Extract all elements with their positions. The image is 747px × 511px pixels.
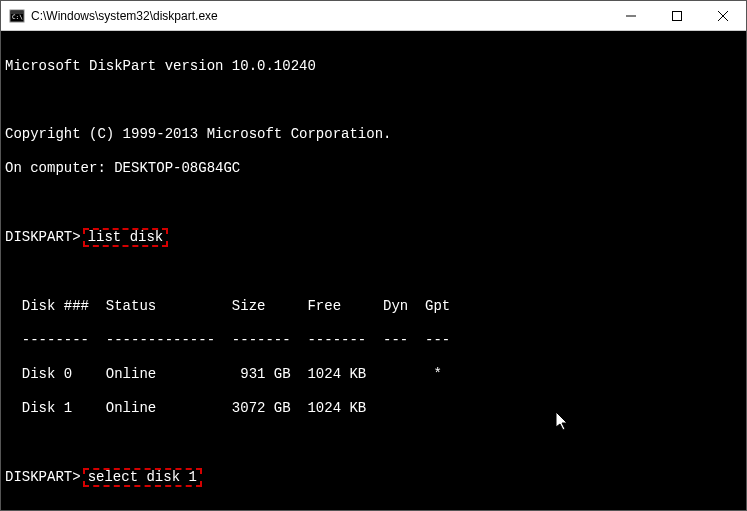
prompt-list-disk: DISKPART>list disk bbox=[5, 228, 740, 247]
command-highlight: select disk 1 bbox=[83, 468, 202, 487]
window-controls bbox=[608, 1, 746, 31]
version-line: Microsoft DiskPart version 10.0.10240 bbox=[5, 58, 740, 75]
window-frame: C:\ C:\Windows\system32\diskpart.exe Mic… bbox=[0, 0, 747, 511]
blank-line bbox=[5, 264, 740, 281]
terminal-output[interactable]: Microsoft DiskPart version 10.0.10240 Co… bbox=[1, 31, 746, 510]
blank-line bbox=[5, 504, 740, 510]
window-title: C:\Windows\system32\diskpart.exe bbox=[31, 9, 608, 23]
blank-line bbox=[5, 434, 740, 451]
table-row: Disk 0 Online 931 GB 1024 KB * bbox=[5, 366, 740, 383]
computer-line: On computer: DESKTOP-08G84GC bbox=[5, 160, 740, 177]
diskpart-icon: C:\ bbox=[9, 8, 25, 24]
prompt-label: DISKPART> bbox=[5, 469, 81, 486]
titlebar[interactable]: C:\ C:\Windows\system32\diskpart.exe bbox=[1, 1, 746, 31]
disk-table-header: Disk ### Status Size Free Dyn Gpt bbox=[5, 298, 740, 315]
svg-text:C:\: C:\ bbox=[12, 13, 23, 20]
blank-line bbox=[5, 92, 740, 109]
prompt-label: DISKPART> bbox=[5, 229, 81, 246]
maximize-button[interactable] bbox=[654, 1, 700, 31]
svg-rect-4 bbox=[673, 11, 682, 20]
blank-line bbox=[5, 194, 740, 211]
command-highlight: list disk bbox=[83, 228, 169, 247]
minimize-button[interactable] bbox=[608, 1, 654, 31]
disk-table-divider: -------- ------------- ------- ------- -… bbox=[5, 332, 740, 349]
close-button[interactable] bbox=[700, 1, 746, 31]
prompt-select-disk: DISKPART>select disk 1 bbox=[5, 468, 740, 487]
copyright-line: Copyright (C) 1999-2013 Microsoft Corpor… bbox=[5, 126, 740, 143]
table-row: Disk 1 Online 3072 GB 1024 KB bbox=[5, 400, 740, 417]
